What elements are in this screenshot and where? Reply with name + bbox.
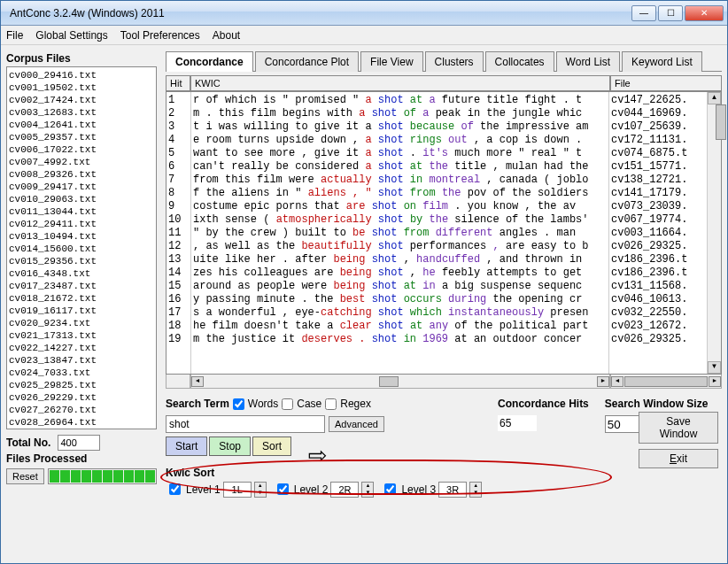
level2-checkbox[interactable] [277, 483, 289, 495]
menu-global-settings[interactable]: Global Settings [35, 29, 107, 42]
corpus-file-item[interactable]: cv013_10494.txt [9, 230, 154, 243]
file-name: cv023_12672. [611, 320, 705, 333]
corpus-file-item[interactable]: cv000_29416.txt [9, 69, 154, 81]
menu-tool-preferences[interactable]: Tool Preferences [120, 29, 200, 42]
advanced-button[interactable]: Advanced [329, 416, 384, 432]
kwic-line[interactable]: costume epic porns that are shot on film… [193, 200, 607, 213]
col-header-file: File [610, 75, 722, 91]
case-checkbox[interactable] [282, 398, 293, 410]
kwic-line[interactable]: s a wonderful , eye-catching shot which … [193, 306, 607, 320]
corpus-file-item[interactable]: cv015_29356.txt [9, 255, 154, 267]
kwic-line[interactable]: m . this film begins with a shot of a pe… [193, 107, 607, 120]
kwic-line[interactable]: " by the crew ) built to be shot from di… [193, 227, 607, 240]
kwic-line[interactable]: f the aliens in " aliens , " shot from t… [193, 187, 607, 200]
file-hscroll[interactable]: ◄ ► [610, 375, 722, 389]
level2-spinner[interactable]: ▲▼ [361, 482, 374, 498]
menu-about[interactable]: About [213, 29, 240, 42]
corpus-files-list[interactable]: cv000_29416.txtcv001_19502.txtcv002_1742… [6, 66, 157, 429]
corpus-file-item[interactable]: cv010_29063.txt [9, 193, 154, 205]
corpus-file-item[interactable]: cv003_12683.txt [9, 106, 154, 119]
search-term-label: Search Term [166, 398, 229, 410]
stop-button[interactable]: Stop [209, 437, 251, 456]
kwic-line[interactable]: y passing minute . the best shot occurs … [193, 293, 607, 306]
hit-hscroll[interactable] [166, 375, 190, 389]
case-label: Case [297, 398, 321, 410]
level3-label: Level 3 [401, 483, 436, 496]
level3-checkbox[interactable] [384, 483, 396, 495]
corpus-file-item[interactable]: cv029_19943.txt [9, 429, 154, 429]
corpus-file-item[interactable]: cv012_29411.txt [9, 218, 154, 230]
corpus-file-item[interactable]: cv027_26270.txt [9, 404, 154, 416]
corpus-file-item[interactable]: cv017_23487.txt [9, 280, 154, 292]
tab-file-view[interactable]: File View [360, 51, 422, 72]
file-name: cv032_22550. [611, 306, 705, 320]
tab-keyword-list[interactable]: Keyword List [622, 51, 702, 72]
corpus-file-item[interactable]: cv020_9234.txt [9, 317, 154, 329]
kwic-line[interactable]: ixth sense ( atmospherically shot by the… [193, 213, 607, 227]
exit-button[interactable]: Exit [639, 449, 718, 468]
kwic-line[interactable]: , as well as the beautifully shot perfor… [193, 240, 607, 253]
kwic-line[interactable]: can't really be considered a shot at the… [193, 160, 607, 174]
sort-button[interactable]: Sort [252, 437, 291, 456]
level1-checkbox[interactable] [169, 483, 181, 495]
corpus-file-item[interactable]: cv026_29229.txt [9, 391, 154, 404]
reset-button[interactable]: Reset [6, 468, 44, 484]
kwic-line[interactable]: want to see more , give it a shot . it's… [193, 147, 607, 160]
file-name: cv044_16969. [611, 107, 705, 120]
window-title: AntConc 3.2.4w (Windows) 2011 [4, 7, 631, 19]
tab-concordance[interactable]: Concordance [166, 51, 253, 72]
kwic-line[interactable]: m the justice it deserves . shot in 1969… [193, 333, 607, 346]
corpus-file-item[interactable]: cv006_17022.txt [9, 143, 154, 156]
level2-value[interactable] [330, 482, 359, 498]
corpus-file-item[interactable]: cv024_7033.txt [9, 367, 154, 379]
corpus-file-item[interactable]: cv014_15600.txt [9, 243, 154, 255]
corpus-file-item[interactable]: cv011_13044.txt [9, 205, 154, 218]
tab-word-list[interactable]: Word List [556, 51, 620, 72]
level1-spinner[interactable]: ▲▼ [254, 482, 267, 498]
regex-checkbox[interactable] [325, 398, 337, 410]
corpus-file-item[interactable]: cv021_17313.txt [9, 329, 154, 342]
kwic-line[interactable]: around as people were being shot at in a… [193, 280, 607, 293]
minimize-button[interactable]: — [631, 5, 656, 21]
tab-concordance-plot[interactable]: Concordance Plot [255, 51, 359, 72]
kwic-line[interactable]: e room turns upside down , a shot rings … [193, 134, 607, 147]
menu-file[interactable]: File [6, 29, 23, 42]
corpus-file-item[interactable]: cv016_4348.txt [9, 267, 154, 280]
tab-clusters[interactable]: Clusters [425, 51, 484, 72]
tab-collocates[interactable]: Collocates [485, 51, 554, 72]
kwic-line[interactable]: he film doesn't take a clear shot at any… [193, 320, 607, 333]
maximize-button[interactable]: ☐ [658, 5, 683, 21]
words-checkbox[interactable] [233, 398, 244, 410]
hit-number: 11 [168, 227, 189, 240]
corpus-file-item[interactable]: cv004_12641.txt [9, 119, 154, 131]
kwic-line[interactable]: r of which is " promised " a shot at a f… [193, 94, 607, 107]
start-button[interactable]: Start [166, 437, 207, 456]
corpus-file-item[interactable]: cv023_13847.txt [9, 354, 154, 367]
kwic-line[interactable]: zes his colleagues are being shot , he f… [193, 267, 607, 280]
level3-spinner[interactable]: ▲▼ [469, 482, 482, 498]
corpus-file-item[interactable]: cv009_29417.txt [9, 181, 154, 193]
kwic-line[interactable]: from this film were actually shot in mon… [193, 174, 607, 187]
corpus-file-item[interactable]: cv007_4992.txt [9, 156, 154, 168]
corpus-file-item[interactable]: cv019_16117.txt [9, 305, 154, 317]
corpus-file-item[interactable]: cv005_29357.txt [9, 131, 154, 143]
level3-value[interactable] [438, 482, 467, 498]
corpus-file-item[interactable]: cv025_29825.txt [9, 379, 154, 391]
save-window-button[interactable]: Save Window [639, 412, 718, 444]
kwic-line[interactable]: t i was willing to give it a shot becaus… [193, 120, 607, 134]
corpus-file-item[interactable]: cv001_19502.txt [9, 81, 154, 94]
tool-tabs: Concordance Concordance Plot File View C… [166, 50, 722, 72]
level1-value[interactable] [223, 482, 252, 498]
search-input[interactable] [166, 415, 325, 433]
corpus-file-item[interactable]: cv028_26964.txt [9, 416, 154, 429]
corpus-file-item[interactable]: cv002_17424.txt [9, 94, 154, 106]
client-area: Corpus Files cv000_29416.txtcv001_19502.… [1, 45, 727, 563]
kwic-line[interactable]: uite like her . after being shot , handc… [193, 253, 607, 267]
corpus-file-item[interactable]: cv008_29326.txt [9, 168, 154, 181]
corpus-file-item[interactable]: cv022_14227.txt [9, 342, 154, 354]
kwic-column[interactable]: r of which is " promised " a shot at a f… [191, 92, 609, 374]
results-vscroll[interactable]: ▲ ▼ [707, 92, 721, 374]
corpus-file-item[interactable]: cv018_21672.txt [9, 292, 154, 305]
close-button[interactable]: ✕ [685, 5, 724, 21]
kwic-hscroll[interactable]: ◄ ► [190, 375, 610, 389]
